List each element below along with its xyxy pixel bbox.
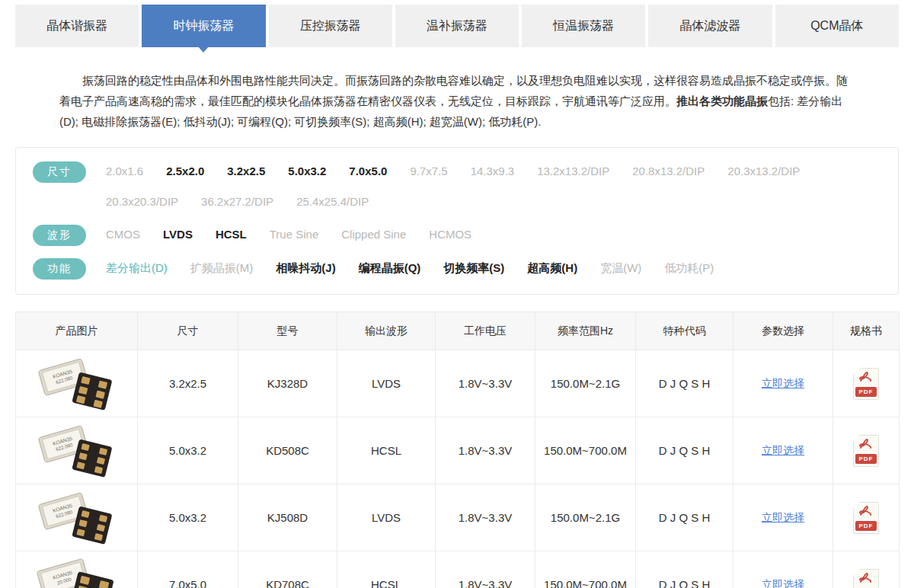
category-description: 振荡回路的稳定性由晶体和外围电路性能共同决定。而振荡回路的杂散电容难以确定，以及… [59,70,855,132]
filter-option[interactable]: Clipped Sine [341,224,406,245]
filter-row-function: 功能 差分输出(D) 扩频晶振(M) 相噪抖动(J) 编程晶振(Q) 切换频率(… [33,257,880,280]
col-header-codes: 特种代码 [636,312,733,350]
tab-crystal-filter[interactable]: 晶体滤波器 [648,5,772,47]
cell-size: 5.0x3.2 [138,417,238,484]
cell-frequency: 150.0M~700.0M [535,417,636,484]
product-catalog-page: 晶体谐振器 时钟振荡器 压控振荡器 温补振荡器 恒温振荡器 晶体滤波器 QCM晶… [0,0,914,588]
col-header-waveform: 输出波形 [337,312,436,350]
select-now-link[interactable]: 立即选择 [762,444,804,456]
filter-option[interactable]: 低功耗(P) [664,257,714,279]
col-header-model: 型号 [238,312,337,350]
filter-option[interactable]: 36.2x27.2/DIP [201,191,273,213]
col-header-size: 尺寸 [138,312,238,350]
filter-option[interactable]: 切换频率(S) [443,257,504,279]
description-bold: 推出各类功能晶振 [676,94,768,107]
cell-waveform: HCSL [337,551,436,588]
filter-option[interactable]: 2.0x1.6 [106,161,143,182]
cell-codes: D J Q S H [636,551,733,588]
filter-option[interactable]: 超高频(H) [527,257,577,279]
filter-badge-waveform: 波形 [33,225,86,246]
filter-option[interactable]: 20.3x20.3/DIP [106,191,178,213]
tab-qcm-crystal[interactable]: QCM晶体 [775,5,899,47]
cell-model: KJ328D [238,350,337,417]
cell-frequency: 150.0M~700.0M [535,551,636,588]
pdf-label: PDF [855,387,877,397]
product-image: KOAN35 622.080 [16,491,137,545]
cell-voltage: 1.8V~3.3V [436,484,535,551]
tab-crystal-resonator[interactable]: 晶体谐振器 [15,5,139,47]
pdf-datasheet-icon[interactable]: PDF [853,569,879,588]
filter-option[interactable]: HCSL [216,224,247,245]
filter-option[interactable]: 编程晶振(Q) [359,257,421,279]
table-row: KOAN35 622.080 5.0x3.2 [16,417,900,484]
cell-waveform: LVDS [337,484,436,551]
filter-option[interactable]: 20.3x13.2/DIP [727,161,800,182]
filter-option[interactable]: 5.0x3.2 [288,161,326,182]
acrobat-swirl-icon [858,371,874,383]
filter-option-selected[interactable]: 差分输出(D) [106,257,168,279]
col-header-select: 参数选择 [733,312,833,350]
filter-option[interactable]: True Sine [270,224,318,245]
cell-model: KD708C [238,551,337,588]
filter-option[interactable]: 25.4x25.4/DIP [296,191,369,213]
cell-size: 3.2x2.5 [138,350,238,417]
filter-option[interactable]: 扩频晶振(M) [190,257,254,279]
filter-option[interactable]: 相噪抖动(J) [276,257,335,279]
table-header-row: 产品图片 尺寸 型号 输出波形 工作电压 频率范围Hz 特种代码 参数选择 规格… [16,312,900,350]
product-table: 产品图片 尺寸 型号 输出波形 工作电压 频率范围Hz 特种代码 参数选择 规格… [15,312,900,588]
filter-option[interactable]: 20.8x13.2/DIP [632,161,705,182]
filter-row-waveform: 波形 CMOS LVDS HCSL True Sine Clipped Sine… [33,224,880,246]
tab-clock-oscillator[interactable]: 时钟振荡器 [142,5,265,47]
cell-frequency: 150.0M~2.1G [535,484,636,551]
cell-waveform: LVDS [337,350,436,417]
filter-option[interactable]: 13.2x13.2/DIP [537,161,609,182]
acrobat-swirl-icon [858,438,874,450]
table-row: KOAN35 20.000 7.0x5.0 [16,551,900,588]
table-row: KOAN35 622.080 3.2x2.5 [16,350,900,417]
category-tab-bar: 晶体谐振器 时钟振荡器 压控振荡器 温补振荡器 恒温振荡器 晶体滤波器 QCM晶… [0,0,914,47]
filter-badge-function: 功能 [33,258,86,280]
cell-voltage: 1.8V~3.3V [436,417,535,484]
pdf-datasheet-icon[interactable]: PDF [853,435,879,467]
filter-badge-size: 尺寸 [33,161,86,183]
oscillator-chip-illustration: KOAN35 622.080 [33,356,121,411]
pdf-label: PDF [855,521,877,531]
filter-option[interactable]: 14.3x9.3 [471,161,515,182]
filter-option[interactable]: 2.5x2.0 [166,161,204,182]
cell-model: KJ508D [238,484,337,551]
oscillator-chip-illustration: KOAN35 622.080 [33,423,121,478]
tab-vcxo[interactable]: 压控振荡器 [269,5,392,47]
filter-options-waveform: CMOS LVDS HCSL True Sine Clipped Sine HC… [106,224,880,245]
filter-options-size: 2.0x1.6 2.5x2.0 3.2x2.5 5.0x3.2 7.0x5.0 … [106,161,880,213]
cell-waveform: HCSL [337,417,436,484]
tab-ocxo[interactable]: 恒温振荡器 [522,5,645,47]
filter-option[interactable]: CMOS [106,224,140,245]
oscillator-chip-illustration: KOAN35 20.000 [33,558,121,588]
acrobat-swirl-icon [858,572,874,584]
filter-panel: 尺寸 2.0x1.6 2.5x2.0 3.2x2.5 5.0x3.2 7.0x5… [15,147,899,295]
pdf-datasheet-icon[interactable]: PDF [853,368,879,400]
oscillator-chip-illustration: KOAN35 622.080 [33,491,121,545]
pdf-datasheet-icon[interactable]: PDF [853,502,879,534]
filter-option[interactable]: 9.7x7.5 [410,161,447,182]
select-now-link[interactable]: 立即选择 [762,377,804,389]
filter-option[interactable]: 3.2x2.5 [227,161,265,182]
filter-option[interactable]: LVDS [163,224,193,245]
filter-option[interactable]: HCMOS [429,224,471,245]
filter-row-size: 尺寸 2.0x1.6 2.5x2.0 3.2x2.5 5.0x3.2 7.0x5… [33,161,880,213]
cell-frequency: 150.0M~2.1G [535,350,636,417]
cell-model: KD508C [238,417,337,484]
product-image: KOAN35 20.000 [16,558,137,588]
cell-size: 5.0x3.2 [138,484,238,551]
col-header-datasheet: 规格书 [833,312,900,350]
cell-codes: D J Q S H [636,484,733,551]
filter-option[interactable]: 宽温(W) [600,257,641,279]
tab-tcxo[interactable]: 温补振荡器 [395,5,519,47]
cell-size: 7.0x5.0 [138,551,238,588]
cell-voltage: 1.8V~3.3V [436,350,535,417]
filter-option[interactable]: 7.0x5.0 [349,161,387,182]
select-now-link[interactable]: 立即选择 [762,511,804,523]
cell-voltage: 1.8V~3.3V [436,551,535,588]
select-now-link[interactable]: 立即选择 [762,578,804,588]
cell-codes: D J Q S H [636,417,733,484]
